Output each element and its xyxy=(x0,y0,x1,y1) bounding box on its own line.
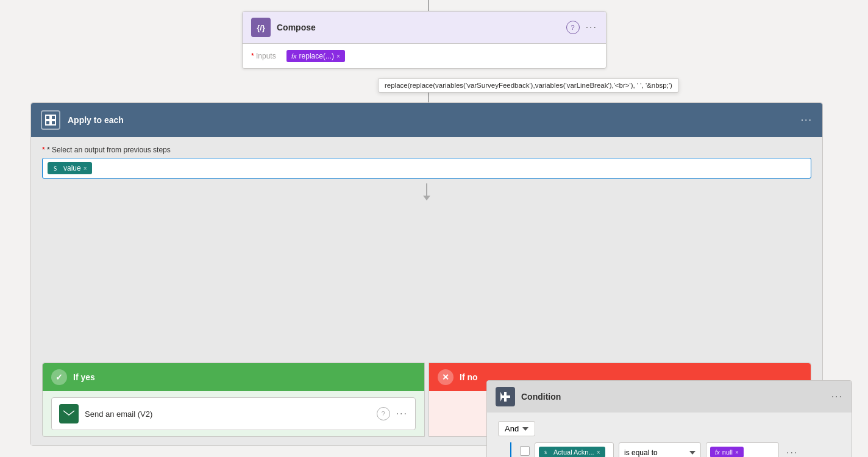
compose-body: * Inputs fx replace(...) × xyxy=(243,44,606,68)
if-yes-body: Send an email (V2) ? ··· xyxy=(43,391,424,436)
svg-rect-11 xyxy=(63,409,75,418)
replace-chip-label: replace(...) xyxy=(299,52,334,60)
condition-wrapper: Condition ··· And xyxy=(244,200,610,356)
compose-header: {/} Compose ? ··· xyxy=(243,12,606,44)
send-email-icon xyxy=(59,404,79,423)
compose-icon-symbol: {/} xyxy=(257,23,265,32)
condition-row-1-checkbox[interactable] xyxy=(520,446,530,456)
condition-row-1-more[interactable]: ··· xyxy=(784,445,800,457)
apply-more-button[interactable]: ··· xyxy=(801,115,813,126)
if-yes-icon: ✓ xyxy=(51,369,67,385)
null-chip[interactable]: fx null × xyxy=(710,447,744,457)
if-yes-header: ✓ If yes xyxy=(43,363,424,391)
send-email-actions: ? ··· xyxy=(377,407,408,420)
condition-row-1-right[interactable]: fx null × xyxy=(706,442,779,457)
value-chip[interactable]: S value × xyxy=(48,162,92,174)
replace-chip-close[interactable]: × xyxy=(336,53,340,60)
check-icon: ✓ xyxy=(55,372,63,382)
svg-text:S: S xyxy=(544,450,547,455)
condition-rows: S Actual Ackn... × is equal to xyxy=(510,442,841,457)
apply-to-each-block: Apply to each ··· * * Select an output f… xyxy=(30,102,823,446)
condition-row-1: S Actual Ackn... × is equal to xyxy=(520,442,841,457)
compose-icon: {/} xyxy=(251,18,271,37)
condition-row-1-left[interactable]: S Actual Ackn... × xyxy=(535,442,614,457)
send-email-help-button[interactable]: ? xyxy=(377,407,390,420)
apply-title: Apply to each xyxy=(68,115,794,125)
if-yes-title: If yes xyxy=(73,372,95,382)
replace-chip[interactable]: fx replace(...) × xyxy=(286,50,345,62)
svg-rect-2 xyxy=(46,121,50,125)
inputs-row: * Inputs fx replace(...) × xyxy=(251,50,597,62)
send-email-more-button[interactable]: ··· xyxy=(396,408,408,419)
and-chevron-icon xyxy=(522,427,528,431)
operator-chevron-icon xyxy=(689,451,695,455)
apply-icon xyxy=(41,110,60,130)
condition-connector xyxy=(42,183,811,200)
null-fx-icon: fx xyxy=(715,449,720,456)
apply-body: * * Select an output from previous steps… xyxy=(31,137,822,445)
null-chip-label: null xyxy=(722,448,733,456)
and-dropdown[interactable]: And xyxy=(498,421,535,436)
compose-title: Compose xyxy=(277,23,566,32)
send-email-title: Send an email (V2) xyxy=(85,409,371,419)
tooltip-box: replace(replace(variables('varSurveyFeed… xyxy=(378,78,679,93)
value-input-row[interactable]: S value × xyxy=(42,158,811,179)
x-icon: ✕ xyxy=(442,372,449,382)
null-chip-close[interactable]: × xyxy=(735,449,739,456)
question-icon: ? xyxy=(571,24,575,31)
value-chip-icon: S xyxy=(52,164,61,172)
value-chip-close[interactable]: × xyxy=(84,165,87,172)
svg-rect-3 xyxy=(51,121,55,125)
value-chip-label: value xyxy=(63,164,81,172)
send-email-svg xyxy=(63,408,75,420)
compose-more-button[interactable]: ··· xyxy=(586,22,597,33)
compose-block: {/} Compose ? ··· * Inputs fx replace(..… xyxy=(242,11,607,69)
compose-help-button[interactable]: ? xyxy=(566,21,580,34)
fx-icon: fx xyxy=(291,52,297,60)
if-no-title: If no xyxy=(460,372,478,382)
condition-icon xyxy=(496,387,515,406)
if-no-icon: ✕ xyxy=(438,369,454,385)
condition-row-1-operator-text: is equal to xyxy=(624,448,658,457)
tooltip-text: replace(replace(variables('varSurveyFeed… xyxy=(385,82,672,89)
actual-chip-icon: S xyxy=(544,448,551,456)
condition-more-button[interactable]: ··· xyxy=(831,391,843,402)
actual-chip-label: Actual Ackn... xyxy=(553,448,594,456)
send-email-block: Send an email (V2) ? ··· xyxy=(51,397,416,430)
inputs-label: * Inputs xyxy=(251,52,282,60)
condition-header: Condition ··· xyxy=(487,381,852,413)
svg-text:S: S xyxy=(54,166,57,172)
and-label: And xyxy=(505,424,519,433)
svg-rect-0 xyxy=(46,115,50,119)
select-output-label: * * Select an output from previous steps xyxy=(42,146,811,154)
actual-chip-close[interactable]: × xyxy=(597,449,600,456)
svg-marker-8 xyxy=(500,392,503,402)
compose-header-actions: ? ··· xyxy=(566,21,597,34)
apply-icon-svg xyxy=(45,115,56,126)
actual-ackn-chip[interactable]: S Actual Ackn... × xyxy=(539,447,605,457)
condition-icon-svg xyxy=(500,391,511,402)
condition-block: Condition ··· And xyxy=(486,380,852,457)
if-yes-block: ✓ If yes Se xyxy=(42,363,425,437)
send-email-question-icon: ? xyxy=(382,410,385,417)
condition-body: And xyxy=(487,413,852,457)
svg-rect-7 xyxy=(504,392,507,402)
condition-row-1-operator[interactable]: is equal to xyxy=(619,442,701,457)
condition-title: Condition xyxy=(521,392,825,402)
svg-rect-1 xyxy=(51,115,55,119)
apply-header: Apply to each ··· xyxy=(31,103,822,137)
